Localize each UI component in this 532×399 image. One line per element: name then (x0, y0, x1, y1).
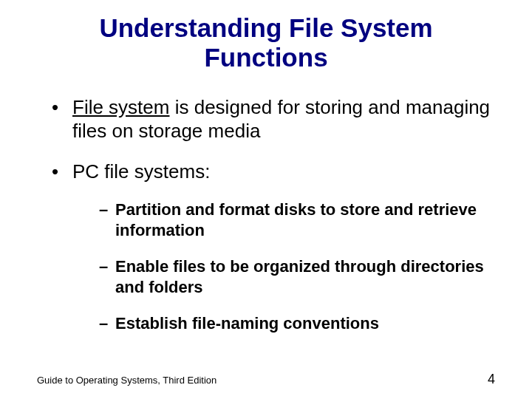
sub-item: Establish file-naming conventions (99, 313, 495, 334)
slide: Understanding File System Functions File… (0, 0, 532, 399)
sub-list: Partition and format disks to store and … (72, 200, 495, 334)
bullet-underline: File system (72, 96, 169, 118)
bullet-item: File system is designed for storing and … (52, 95, 495, 143)
bullet-list: File system is designed for storing and … (37, 95, 495, 334)
slide-title: Understanding File System Functions (37, 13, 495, 73)
page-number: 4 (488, 372, 495, 387)
footer: Guide to Operating Systems, Third Editio… (37, 372, 495, 387)
bullet-item: PC file systems: Partition and format di… (52, 160, 495, 334)
sub-item: Enable files to be organized through dir… (99, 256, 495, 297)
bullet-text: PC file systems: (72, 160, 210, 183)
sub-item: Partition and format disks to store and … (99, 200, 495, 240)
footer-left: Guide to Operating Systems, Third Editio… (37, 375, 216, 386)
